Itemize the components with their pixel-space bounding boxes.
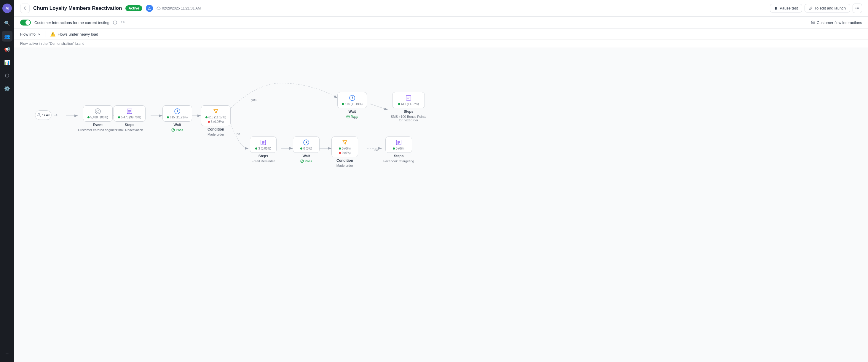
cond-1-stat-green-text: 613 (11.17%) xyxy=(208,116,226,119)
green-dot-2 xyxy=(118,116,120,118)
steps-sms-label: Steps xyxy=(404,110,413,114)
condition-1-sublabel: Made order xyxy=(208,133,224,136)
steps-email-reminder-node: 3 (0.05%) Steps Email Reminder xyxy=(250,137,277,163)
cond-1-stat-red-text: 3 (0.05%) xyxy=(211,120,223,123)
green-dot-6 xyxy=(398,103,400,105)
green-dot-8 xyxy=(300,147,302,149)
steps-icon-facebook xyxy=(396,139,402,146)
avatar: M xyxy=(2,4,12,13)
steps-sms-stat: 611 (11.13%) xyxy=(398,102,419,106)
warning-icon: ⚠️ xyxy=(50,31,56,37)
condition-2-label: Condition xyxy=(337,159,353,163)
cond-2-stat-red: 0 (0%) xyxy=(339,151,350,155)
sidebar-item-flows[interactable]: ⬡ xyxy=(2,70,12,81)
info-bar: Flow info ⚠️ Flows under heavy load xyxy=(14,29,868,40)
entry-node: 17.4K xyxy=(35,110,58,120)
back-button[interactable] xyxy=(20,4,30,13)
event-node: 5,488 (100%) Event Customer entered segm… xyxy=(78,105,117,132)
wait-3-pass: Pass xyxy=(300,159,312,163)
sidebar-item-settings[interactable]: ⚙️ xyxy=(2,83,12,94)
wait-3-box[interactable]: 0 (0%) xyxy=(293,137,319,153)
wait-3-pass-label: Pass xyxy=(305,159,312,163)
toggle-label: Customer interactions for the current te… xyxy=(34,21,110,25)
info-bar-divider xyxy=(45,31,45,37)
steps-sms-sublabel: SMS +100 Bonus Points for next order xyxy=(391,115,426,122)
pause-test-button[interactable]: Pause test xyxy=(770,4,802,12)
steps-facebook-box[interactable]: 0 (0%) xyxy=(385,137,412,153)
svg-point-13 xyxy=(95,109,100,114)
chevron-up-icon xyxy=(37,33,40,36)
cond-2-stat-green-text: 0 (0%) xyxy=(342,147,350,150)
timestamp-section[interactable]: 02/28/2025 11:21:31 AM xyxy=(157,6,201,10)
cond-2-stat-green: 0 (0%) xyxy=(339,147,350,150)
sidebar-bottom: → xyxy=(2,348,12,358)
steps-reminder-sublabel: Email Reminder xyxy=(252,159,275,163)
flow-info-label: Flow info xyxy=(20,32,36,36)
steps-sms-box[interactable]: 611 (11.13%) xyxy=(392,92,425,108)
condition-1-box[interactable]: 613 (11.17%) 3 (0.05%) xyxy=(201,105,230,126)
event-label: Event xyxy=(93,123,102,127)
page-title: Churn Loyalty Members Reactivation xyxy=(33,5,122,11)
event-box[interactable]: 5,488 (100%) xyxy=(83,105,113,122)
sidebar-item-contacts[interactable]: 👥 xyxy=(2,31,12,41)
sidebar-item-analytics[interactable]: 📊 xyxy=(2,57,12,68)
condition-2-node: 0 (0%) 0 (0%) Condition Made order xyxy=(332,137,358,167)
clock-icon-1 xyxy=(174,108,181,114)
info-icon xyxy=(113,21,117,25)
condition-2-box[interactable]: 0 (0%) 0 (0%) xyxy=(332,137,358,157)
sidebar-collapse[interactable]: → xyxy=(2,348,12,358)
steps-fb-stat-text: 0 (0%) xyxy=(396,147,404,150)
pass-icon-1 xyxy=(172,128,175,132)
wait-3-label: Wait xyxy=(303,154,310,158)
steps-email-reactivation-box[interactable]: 5,475 (99.76%) xyxy=(114,105,146,122)
steps-sms-node: 611 (11.13%) Steps SMS +100 Bonus Points… xyxy=(391,92,426,122)
svg-point-12 xyxy=(38,113,40,115)
flow-canvas[interactable]: 17.4K 5,488 (100%) xyxy=(14,48,868,362)
edit-launch-button[interactable]: To edit and launch xyxy=(805,4,850,12)
edit-icon xyxy=(809,6,812,10)
flow-info-section[interactable]: Flow info xyxy=(20,32,40,36)
no-label-1: no xyxy=(237,132,240,136)
wait-2-stat-text: 614 (11.19%) xyxy=(345,102,363,106)
green-dot-3 xyxy=(167,116,169,118)
edit-launch-label: To edit and launch xyxy=(814,6,846,10)
wait-1-box[interactable]: 615 (11.21%) xyxy=(162,105,192,122)
entry-circle: 17.4K xyxy=(35,110,52,120)
cloud-icon xyxy=(157,6,161,10)
steps-fb-stat: 0 (0%) xyxy=(393,147,404,150)
wait-1-pass-label: Pass xyxy=(176,128,183,132)
wait-1-stat-text: 615 (11.21%) xyxy=(170,116,188,119)
wait-3-stat-text: 0 (0%) xyxy=(303,147,312,150)
pause-test-label: Pause test xyxy=(780,6,798,10)
customer-flow-interactions[interactable]: Customer flow interactions xyxy=(811,21,862,25)
event-sublabel: Customer entered segment xyxy=(78,128,117,132)
green-dot-9 xyxy=(339,147,341,149)
entry-count: 17.4K xyxy=(42,114,50,117)
steps-email-reminder-box[interactable]: 3 (0.05%) xyxy=(250,137,277,153)
steps-icon-sms xyxy=(405,95,412,101)
refresh-icon[interactable] xyxy=(121,21,125,25)
red-dot-2 xyxy=(339,152,341,154)
more-options-button[interactable]: ••• xyxy=(852,4,862,13)
green-dot-7 xyxy=(255,147,257,149)
wait-1-stat: 615 (11.21%) xyxy=(167,116,188,119)
red-dot-1 xyxy=(208,121,210,123)
wait-3-node: 0 (0%) Wait Pass xyxy=(293,137,319,163)
pause-icon xyxy=(774,6,778,10)
steps-reminder-stat: 3 (0.05%) xyxy=(255,147,271,150)
sidebar-item-search[interactable]: 🔍 xyxy=(2,18,12,28)
wait-2-box[interactable]: 614 (11.19%) xyxy=(337,92,367,108)
wait-2-node: 614 (11.19%) Wait Pass xyxy=(337,92,367,118)
more-dots-icon: ••• xyxy=(855,6,859,10)
header: Churn Loyalty Members Reactivation Activ… xyxy=(14,0,868,17)
sidebar-item-campaigns[interactable]: 📢 xyxy=(2,44,12,55)
steps-email-label: Steps xyxy=(125,123,134,127)
toggle-interactions[interactable] xyxy=(20,20,31,26)
event-stat: 5,488 (100%) xyxy=(88,116,108,119)
arrow-right-icon xyxy=(53,113,58,117)
steps-sms-stat-text: 611 (11.13%) xyxy=(401,102,419,106)
person-icon xyxy=(37,113,41,117)
green-dot-10 xyxy=(393,147,395,149)
condition-2-sublabel: Made order xyxy=(337,164,353,167)
steps-email-stat-text: 5,475 (99.76%) xyxy=(121,116,141,119)
